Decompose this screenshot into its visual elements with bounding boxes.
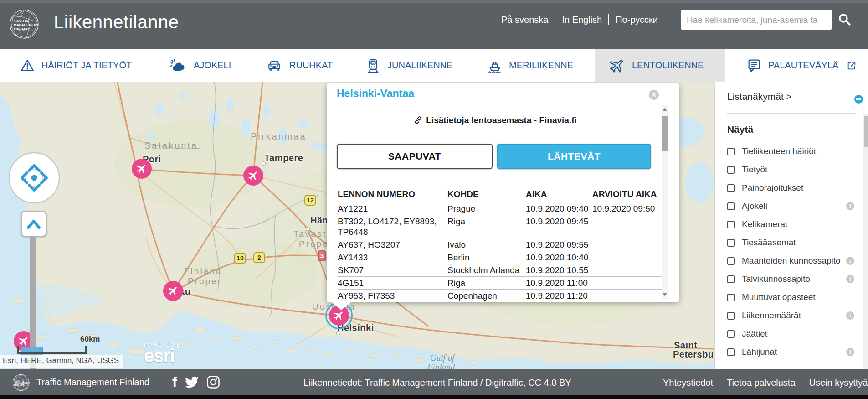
airport-marker-tampere[interactable] [243,166,263,186]
scroll-down-icon[interactable] [663,293,667,296]
airplane-icon [134,161,150,177]
header-top-strip [0,0,868,3]
checkbox[interactable] [727,184,735,192]
ship-icon [487,58,503,73]
airport-marker-pori[interactable] [132,159,152,179]
airport-popup: Helsinki-Vantaa ✕ Lisätietoja lentoasema… [327,83,679,302]
esri-logo: POWERED BY esri [144,342,185,364]
checkbox[interactable] [727,275,735,283]
scale-bar [17,346,87,354]
footer-link-usein-kysyttya[interactable]: Usein kysyttyä [809,378,868,388]
info-icon[interactable]: i [846,275,854,283]
chevron-up-icon [26,219,41,229]
lang-english[interactable]: In English [562,15,602,25]
sidebar-scrollbar-thumb[interactable] [864,116,868,147]
tab-departures[interactable]: LÄHTEVÄT [497,144,651,169]
collapse-panel-button[interactable] [854,95,863,104]
page-title: Liikennetilanne [54,12,179,32]
region-label-finland-proper-2: Proper [188,276,222,286]
road-shield-3: 3 [318,250,326,261]
info-icon[interactable]: i [846,348,854,356]
search-input[interactable] [681,10,832,30]
sidebar-scrollbar[interactable] [863,114,868,369]
region-label-finland-proper-1: Finland [184,266,222,276]
footer-link-yhteystiedot[interactable]: Yhteystiedot [663,378,713,388]
table-row: BT302, LO4172, EY8893, TP6448Riga10.9.20… [338,215,662,238]
search-icon[interactable] [837,12,852,27]
road-shield-10: 10 [234,253,246,264]
tab-lentoliikenne[interactable]: LENTOLIIKENNE [595,49,725,82]
popup-scrollbar-thumb[interactable] [662,116,668,151]
tab-ruuhkat[interactable]: RUUHKAT [266,49,333,82]
scale-label: 60km [80,335,100,344]
table-row: AY953, FI7353Copenhagen10.9.2020 11:20 [338,290,662,302]
info-icon[interactable]: i [846,311,854,320]
map-attribution: Esri, HERE, Garmin, NGA, USGS [0,355,123,368]
close-icon[interactable]: ✕ [649,90,659,100]
main-nav: HÄIRIÖT JA TIETYÖT AJOKELI [0,49,868,82]
table-row: AY1433Berlin10.9.2020 10:40 [338,251,662,264]
layer-row-talvikunnossapito: Talvikunnossapitoi [727,270,859,288]
info-icon[interactable]: i [846,202,854,210]
svg-text:MANAGEMENT: MANAGEMENT [14,23,39,27]
checkbox[interactable] [727,148,735,155]
feedback-bubble-icon [746,58,762,73]
esri-wordmark: esri [144,347,185,364]
checkbox[interactable] [727,257,735,265]
scroll-up-icon[interactable] [663,108,667,111]
sun-cloud-icon [169,58,187,73]
tab-arrivals[interactable]: SAAPUVAT [337,144,493,169]
divider [727,113,856,114]
tab-ajokeli[interactable]: AJOKELI [169,49,231,82]
water-label-gulf-1: Gulf of [430,353,454,363]
water-label-gulf-2: Finland [427,362,455,369]
layer-row-liikennemaarat: Liikennemääräti [727,306,859,325]
airplane-icon [165,283,182,300]
checkbox[interactable] [727,202,735,210]
zoom-in-button[interactable] [21,211,47,237]
city-label-tampere: Tampere [264,153,303,163]
tab-junaliikenne[interactable]: JUNALIIKENNE [365,49,452,82]
app-footer: TRAFFIC MANAGEMENT FINLAND Traffic Manag… [0,369,868,399]
layer-row-maanteiden-kunnossapito: Maanteiden kunnossapitoi [727,252,859,270]
popup-title: Helsinki-Vantaa [337,88,414,100]
footer-link-tietoa-palvelusta[interactable]: Tietoa palvelusta [727,378,795,388]
col-destination: KOHDE [447,188,526,202]
table-row: 4G151Riga10.9.2020 11:00 [338,277,662,290]
popup-scrollbar[interactable] [662,105,668,299]
table-row: SK707Stockholm Arlanda10.9.2020 10:55 [338,264,662,277]
tab-hairiot-ja-tietyot[interactable]: HÄIRIÖT JA TIETYÖT [20,49,132,82]
town-dot-tampere [262,161,266,166]
checkbox[interactable] [727,330,735,338]
lang-russian[interactable]: По-русски [616,15,658,25]
airport-info-link[interactable]: Lisätietoja lentoasemasta - Finavia.fi [414,115,577,125]
list-views-link[interactable]: Listanäkymät > [727,91,792,102]
checkbox[interactable] [727,294,735,301]
layers-sidebar: Listanäkymät > Näytä Tieliikenteen häiri… [714,82,868,369]
footer-bottom-strip [0,395,868,399]
show-heading: Näytä [727,124,753,135]
tmf-logo: TRAFFIC MANAGEMENT FINLAND [8,8,40,40]
checkbox[interactable] [727,348,735,356]
info-icon[interactable]: i [846,257,854,265]
town-dot-helsinki [336,331,340,335]
checkbox[interactable] [727,239,735,247]
tab-palautevayla[interactable]: PALAUTEVÄYLÄ [746,49,857,82]
layer-row-kelikamerat: Kelikamerat [727,215,859,233]
checkbox[interactable] [727,221,735,228]
layer-row-ajokeli: Ajokelii [727,197,859,215]
layer-row-muuttuvat-opasteet: Muuttuvat opasteet [727,288,859,306]
table-row: AY637, HO3207Ivalo10.9.2020 09:55 [338,238,662,251]
search-box [681,10,832,30]
airport-marker-turku[interactable] [163,281,183,301]
town-dot-hameenlinna [306,227,310,231]
checkbox[interactable] [727,166,735,174]
departures-table: LENNON NUMERO KOHDE AIKA ARVIOITU AIKA A… [338,188,662,302]
map-pan-control[interactable] [8,152,60,206]
layer-row-tietyot: Tietyöt [727,161,859,179]
city-label-saint-2: Petersburg [673,349,714,360]
tab-meriliikenne[interactable]: MERILIIKENNE [487,49,573,82]
external-link-icon [847,61,857,71]
checkbox[interactable] [727,312,735,320]
lang-swedish[interactable]: På svenska [501,15,548,25]
